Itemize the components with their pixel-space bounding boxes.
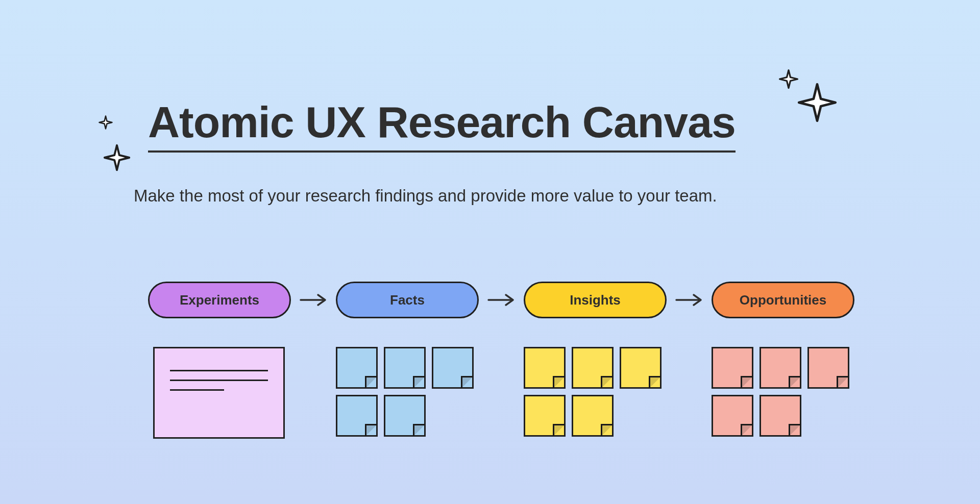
- sparkle-icon: [98, 115, 113, 130]
- atomic-ux-research-canvas: Atomic UX Research Canvas Make the most …: [0, 0, 980, 504]
- stage-label: Facts: [390, 292, 425, 308]
- arrow-right-icon: [674, 293, 705, 307]
- sticky-note: [712, 395, 753, 437]
- sticky-note: [572, 347, 614, 389]
- stage-label: Experiments: [180, 292, 259, 308]
- sticky-note: [384, 347, 426, 389]
- text-line: [170, 389, 224, 391]
- sticky-note: [572, 395, 614, 437]
- opportunities-notes: [712, 347, 849, 437]
- sticky-note: [432, 347, 474, 389]
- arrow-right-icon: [486, 293, 517, 307]
- page-header: Atomic UX Research Canvas: [148, 97, 771, 153]
- stage-label: Insights: [570, 292, 621, 308]
- facts-notes: [336, 347, 474, 437]
- sticky-note: [336, 347, 378, 389]
- stage-pill-insights: Insights: [524, 282, 667, 318]
- stage-label: Opportunities: [740, 292, 826, 308]
- insights-notes: [524, 347, 662, 437]
- page-title: Atomic UX Research Canvas: [148, 97, 736, 153]
- sticky-note: [620, 347, 662, 389]
- sticky-note: [807, 347, 849, 389]
- stage-pill-opportunities: Opportunities: [712, 282, 854, 318]
- text-line: [170, 370, 268, 371]
- sticky-note: [760, 395, 801, 437]
- sticky-note: [524, 347, 566, 389]
- sticky-note: [384, 395, 426, 437]
- sparkle-icon: [795, 81, 839, 124]
- sticky-note: [336, 395, 378, 437]
- sticky-note: [712, 347, 753, 389]
- experiment-document-card: [153, 347, 285, 439]
- text-line: [170, 380, 268, 381]
- stage-pill-facts: Facts: [336, 282, 479, 318]
- sparkle-icon: [102, 143, 132, 172]
- arrow-right-icon: [299, 293, 329, 307]
- stage-pill-experiments: Experiments: [148, 282, 291, 318]
- page-subtitle: Make the most of your research findings …: [134, 186, 717, 206]
- sticky-note: [524, 395, 566, 437]
- sticky-note: [760, 347, 801, 389]
